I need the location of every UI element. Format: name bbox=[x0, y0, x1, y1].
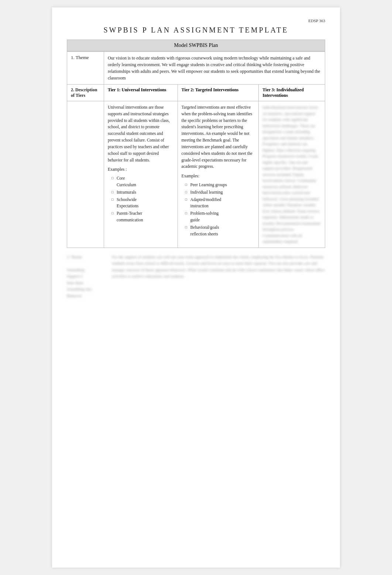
tier2-content: Targeted interventions are most effectiv… bbox=[178, 101, 259, 248]
theme-row: 1. Theme Our vision is to educate studen… bbox=[67, 52, 325, 85]
list-item: Peer Learning groups bbox=[187, 182, 255, 188]
tier1-examples-list: CoreCurriculum Intramurals SchoolwideExp… bbox=[113, 175, 174, 224]
tier3-content: Individualized interventions focus on in… bbox=[259, 101, 325, 248]
tier3-blurred-content: Individualized interventions focus on in… bbox=[262, 104, 321, 245]
tier1-examples-label: Examples : bbox=[108, 166, 174, 173]
main-table: 1. Theme Our vision is to educate studen… bbox=[67, 51, 325, 248]
section-header: Model SWPBIS Plan bbox=[67, 40, 325, 51]
tiers-content-row: Universal interventions are those suppor… bbox=[67, 101, 325, 248]
tiers-content-spacer bbox=[67, 101, 104, 248]
list-item: SchoolwideExpectations bbox=[113, 197, 174, 210]
tier2-header: Tier 2: Targeted Interventions bbox=[178, 85, 259, 101]
list-item: Behavioral/goalsreflection sheets bbox=[187, 224, 255, 238]
tier1-header: Tier 1: Universal Interventions bbox=[104, 85, 178, 101]
list-item: Adapted/modifiedinstruction bbox=[187, 197, 255, 210]
tiers-header-row: 2. Description of Tiers Tier 1: Universa… bbox=[67, 85, 325, 101]
list-item: CoreCurriculum bbox=[113, 175, 174, 188]
tier2-examples-label: Examples: bbox=[182, 173, 255, 180]
tier1-content: Universal interventions are those suppor… bbox=[104, 101, 178, 248]
document-title: SWPBIS P LAN Assignment Template bbox=[67, 26, 325, 34]
bottom-right-blurred: For the support of students you will use… bbox=[112, 254, 325, 299]
theme-content: Our vision is to educate students with r… bbox=[104, 52, 325, 85]
bottom-left-blurred: 3. Theme Something Support 2 Item three … bbox=[67, 254, 107, 299]
theme-label: 1. Theme bbox=[67, 52, 104, 85]
tier1-body: Universal interventions are those suppor… bbox=[108, 104, 174, 163]
page: EDSP 363 SWPBIS P LAN Assignment Templat… bbox=[52, 7, 340, 568]
course-label: EDSP 363 bbox=[308, 18, 325, 23]
tiers-label: 2. Description of Tiers bbox=[67, 85, 104, 101]
tier3-header: Tier 3: Individualized Interventions bbox=[259, 85, 325, 101]
tier2-body: Targeted interventions are most effectiv… bbox=[182, 104, 255, 170]
bottom-left: 3. Theme Something Support 2 Item three … bbox=[67, 254, 107, 299]
bottom-section: 3. Theme Something Support 2 Item three … bbox=[67, 254, 325, 299]
list-item: Parent-Teachercommunication bbox=[113, 210, 174, 224]
list-item: Individual learning bbox=[187, 189, 255, 196]
list-item: Problem-solvingguide bbox=[187, 210, 255, 224]
list-item: Intramurals bbox=[113, 189, 174, 196]
tier2-examples-list: Peer Learning groups Individual learning… bbox=[187, 182, 255, 238]
page-header: EDSP 363 bbox=[67, 18, 325, 23]
doc-title-text: SWPBIS P LAN Assignment Template bbox=[103, 26, 288, 34]
